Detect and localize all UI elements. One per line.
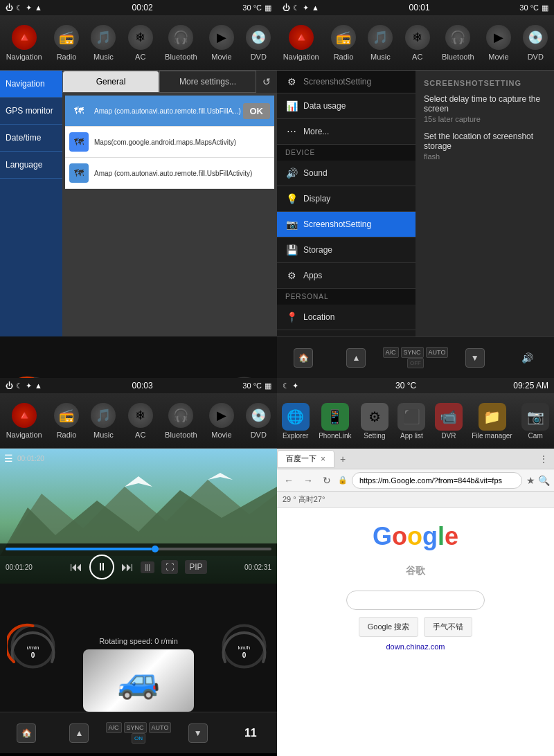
q3-frame-button[interactable]: ||| <box>141 561 154 573</box>
q3-nav-movie[interactable]: ▶ Movie <box>209 403 234 439</box>
ok-button[interactable]: OK <box>243 103 271 119</box>
sound-label: Sound <box>303 168 328 178</box>
q2-nav-label-radio: Radio <box>334 53 354 61</box>
q3-next-button[interactable]: ⏭ <box>121 560 134 575</box>
q3-auto-button[interactable]: AUTO <box>149 722 172 733</box>
q2-time: 00:01 <box>409 3 430 12</box>
nav-item-radio[interactable]: 📻 Radio <box>54 25 79 61</box>
q4-suggest-link[interactable]: down.chinaz.com <box>291 642 540 651</box>
q4-refresh-button[interactable]: ↻ <box>320 474 334 487</box>
q2-nav-label-ac: AC <box>412 53 422 61</box>
q2-sync-button[interactable]: SYNC <box>401 347 424 358</box>
q3-play-pause-button[interactable]: ⏸ <box>89 555 114 579</box>
q3-sync-button[interactable]: SYNC <box>124 722 147 733</box>
app-row-0[interactable]: 🗺 Amap (com.autonavi.auto.remote.fill.Us… <box>65 96 274 127</box>
q4-nav-explorer[interactable]: 🌐 Explorer <box>282 403 310 440</box>
q4-search-buttons: Google 搜索 手气不错 <box>291 617 540 637</box>
q3-fullscreen-button[interactable]: ⛶ <box>161 560 178 574</box>
q4-nav-applist[interactable]: ⬛ App list <box>397 403 425 440</box>
nav-item-navigation[interactable]: 🔺 Navigation <box>6 25 42 61</box>
settings-item-sound[interactable]: 🔊 Sound <box>277 161 416 186</box>
q3-nav-ac[interactable]: ❄ AC <box>128 403 153 439</box>
q3-nav-dvd[interactable]: 💿 DVD <box>246 403 271 439</box>
q2-nav-radio[interactable]: 📻 Radio <box>331 25 356 61</box>
sidebar-item-datetime[interactable]: Date/time <box>0 125 62 152</box>
q3-nav-music[interactable]: 🎵 Music <box>91 403 116 439</box>
q4-nav-dvr[interactable]: 📹 DVR <box>435 403 463 440</box>
q2-up-button[interactable]: ▲ <box>346 348 366 368</box>
nav-item-dvd[interactable]: 💿 DVD <box>246 25 271 61</box>
nav-item-music[interactable]: 🎵 Music <box>91 25 116 61</box>
q4-search-input[interactable] <box>346 591 485 610</box>
q3-pip-button[interactable]: PIP <box>185 560 206 574</box>
nav-item-movie[interactable]: ▶ Movie <box>209 25 234 61</box>
q2-nav-music[interactable]: 🎵 Music <box>368 25 393 61</box>
settings-item-gear[interactable]: ⚙ ScreenshotSetting <box>277 71 416 93</box>
q3-ac-label[interactable]: A/C <box>106 722 122 733</box>
q3-down-button[interactable]: ▼ <box>188 723 208 743</box>
settings-main-label: ScreenshotSetting <box>303 77 371 87</box>
svg-text:0: 0 <box>242 651 247 659</box>
q4-bookmark-button[interactable]: ★ <box>526 475 535 486</box>
q4-google-search-button[interactable]: Google 搜索 <box>359 617 419 637</box>
settings-item-more[interactable]: ⋯ More... <box>277 119 416 145</box>
q4-nav-phonelink[interactable]: 📱 PhoneLink <box>319 403 351 440</box>
tab-more-settings[interactable]: More settings... <box>159 71 256 93</box>
settings-item-display[interactable]: 💡 Display <box>277 186 416 212</box>
q4-forward-button[interactable]: → <box>301 474 316 487</box>
q2-home-button[interactable]: 🏠 <box>294 348 313 368</box>
q1-signal-icon: ▲ <box>35 3 42 12</box>
settings-item-location[interactable]: 📍 Location <box>277 305 416 330</box>
q3-player-buttons: ⏮ ⏸ ⏭ ||| ⛶ PIP <box>70 555 206 579</box>
q2-ac-label[interactable]: A/C <box>383 347 399 358</box>
q4-brightness-icon: ✦ <box>292 381 298 390</box>
settings-item-security[interactable]: 🔒 Security <box>277 330 416 336</box>
q3-nav-bluetooth[interactable]: 🎧 Bluetooth <box>165 403 197 439</box>
q2-ac-controls: A/C SYNC AUTO OFF <box>383 347 449 368</box>
q4-new-tab-button[interactable]: + <box>334 453 351 465</box>
q4-url-input[interactable] <box>352 472 522 489</box>
q3-menu-icon[interactable]: ☰ <box>4 453 13 464</box>
q4-lucky-button[interactable]: 手气不错 <box>424 617 472 637</box>
q3-nav2-section: ▼ <box>171 723 224 743</box>
q4-tab-close-button[interactable]: × <box>321 454 325 464</box>
nav-item-ac[interactable]: ❄ AC <box>128 25 153 61</box>
tab-general[interactable]: General <box>62 71 159 93</box>
q3-prev-button[interactable]: ⏮ <box>70 560 82 575</box>
q2-nav-movie[interactable]: ▶ Movie <box>486 25 511 61</box>
settings-item-screenshot[interactable]: 📷 ScreenshotSetting <box>277 212 416 237</box>
q2-nav-bluetooth[interactable]: 🎧 Bluetooth <box>442 25 474 61</box>
screenshot-delay-row[interactable]: Select delay time to capture the screen … <box>424 94 546 123</box>
tab-back-button[interactable]: ↺ <box>256 71 277 93</box>
settings-item-data-usage[interactable]: 📊 Data usage <box>277 93 416 119</box>
q4-browser-tab-baidu[interactable]: 百度一下 × <box>277 450 334 468</box>
screenshot-location-row[interactable]: Set the location of screenshot storage f… <box>424 132 546 161</box>
settings-item-storage[interactable]: 💾 Storage <box>277 237 416 263</box>
sidebar-item-language[interactable]: Language <box>0 152 62 179</box>
q2-status-right: 30 °C ▦ <box>519 3 548 12</box>
nav-item-bluetooth[interactable]: 🎧 Bluetooth <box>165 25 197 61</box>
app-row-1[interactable]: 🗺 Maps(com.google.android.maps.MapsActiv… <box>65 127 274 158</box>
settings-item-apps[interactable]: ⚙ Apps <box>277 263 416 289</box>
q3-progress-bar[interactable] <box>6 548 271 550</box>
q2-nav-navigation[interactable]: 🔺 Navigation <box>283 25 319 61</box>
q4-nav-setting[interactable]: ⚙ Setting <box>361 403 388 440</box>
q2-nav-dvd[interactable]: 💿 DVD <box>523 25 548 61</box>
sidebar-item-navigation[interactable]: Navigation <box>0 71 62 98</box>
q4-back-button[interactable]: ← <box>281 474 296 487</box>
q2-volume-icon[interactable]: 🔊 <box>521 352 533 363</box>
sidebar-item-gps[interactable]: GPS monitor <box>0 98 62 125</box>
q3-up-button[interactable]: ▲ <box>69 723 89 743</box>
q2-nav-ac[interactable]: ❄ AC <box>405 25 430 61</box>
q2-auto-button[interactable]: AUTO <box>426 347 449 358</box>
q3-nav-navigation[interactable]: 🔺 Navigation <box>6 403 42 439</box>
q3-home-button[interactable]: 🏠 <box>17 723 36 743</box>
q4-nav-filemanager[interactable]: 📁 File manager <box>472 403 512 440</box>
q4-browser-menu-button[interactable]: ⋮ <box>533 453 554 465</box>
app-row-2[interactable]: 🗺 Amap (com.autonavi.auto.remote.fill.Us… <box>65 158 274 189</box>
q2-down-button[interactable]: ▼ <box>465 348 485 368</box>
q4-search-button[interactable]: 🔍 <box>538 475 550 486</box>
q2-nav-label-music: Music <box>370 53 391 61</box>
q4-nav-cam[interactable]: 📷 Cam <box>521 403 549 440</box>
q3-nav-radio[interactable]: 📻 Radio <box>54 403 79 439</box>
